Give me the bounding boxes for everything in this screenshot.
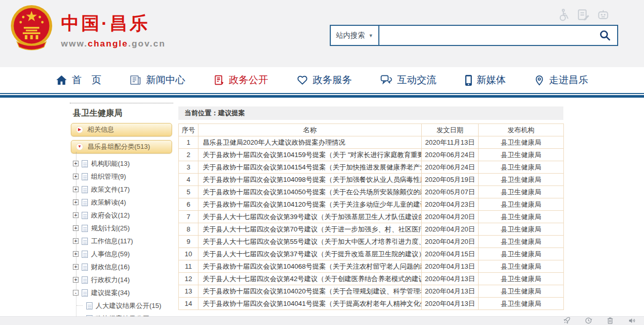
tree-item[interactable]: -建议提案(34) [70,286,173,299]
nav-item-7[interactable]: 走进昌乐 [534,73,588,87]
publish-org: 县卫生健康局 [479,186,564,198]
site-header: 中国·昌乐 www.changle.gov.cn 站内搜索 ▼ [0,0,644,67]
document-icon [82,276,88,284]
expand-icon[interactable]: + [73,264,79,270]
expand-icon[interactable]: + [73,174,79,179]
tree-item-label: 政策文件(17) [91,185,130,194]
publish-org: 县卫生健康局 [479,211,564,223]
sidebar: 县卫生健康局 ▶相关信息▼昌乐县组配分类(513) +机构职能(13)+组织管理… [70,103,173,325]
document-icon [82,212,88,219]
publish-org: 县卫生健康局 [479,149,564,161]
search-scope-dropdown[interactable]: 站内搜索 ▼ [331,26,379,45]
expand-icon[interactable]: + [73,251,79,257]
nav-item-3[interactable]: 政务公开 [214,73,268,87]
publish-date: 2020年05月07日 [422,186,479,198]
tree-item-label: 工作信息(117) [91,237,133,246]
sidebar-button-label: 相关信息 [87,125,114,134]
expand-icon[interactable]: + [73,225,79,231]
sidebar-button-2[interactable]: ▼昌乐县组配分类(513) [71,140,172,153]
publish-date: 2020年06月24日 [422,149,479,161]
nav-item-5[interactable]: 互动交流 [380,73,436,87]
document-title-link[interactable]: 关于县政协十届四次会议第104154号提案（关于加快推进发展健康养老产业的建..… [198,161,422,174]
sidebar-button-1[interactable]: ▶相关信息 [71,123,172,136]
document-title-link[interactable]: 关于县政协十届四次会议第104050号提案（关于在公共场所安装除颤仪的建议）..… [198,186,422,198]
document-title-link[interactable]: 关于县政协十届四次会议第104098号提案（关于加强餐饮从业人员病毒性肝炎等..… [198,174,422,186]
heart-icon [297,75,308,85]
document-title-link[interactable]: 关于县政协十届四次会议第104159号提案（关于 "对家长进行家庭教育重要性宣.… [198,149,422,161]
tree-item[interactable]: +工作信息(117) [70,235,173,247]
search-input[interactable] [379,26,592,45]
tree-item[interactable]: +行政权力(14) [70,273,173,286]
site-title: 中国·昌乐 [61,11,165,36]
publish-org: 县卫生健康局 [479,260,564,273]
expand-icon[interactable]: + [73,161,79,166]
document-title-link[interactable]: 关于县人大十七届四次会议第37号建议（关于提升改造基层卫生院的建议）的答复 [198,248,422,260]
phone-icon [465,75,472,86]
tree-item[interactable]: +人事信息(59) [70,247,173,260]
speaker-icon[interactable] [628,317,636,324]
edit-doc-icon[interactable] [577,8,590,22]
expand-icon[interactable]: + [73,187,79,192]
expand-icon[interactable]: + [73,212,79,218]
expand-icon[interactable]: + [73,238,79,244]
search-button[interactable] [592,26,617,45]
document-title-link[interactable]: 关于县政协十届四次会议第104120号提案（关于关注多动症少年儿童的建议）的..… [198,198,422,211]
search-icon [599,29,611,41]
publish-date: 2020年04月20日 [422,223,479,236]
category-tree: +机构职能(13)+组织管理(9)+政策文件(17)+政策解读(4)+政府会议(… [70,157,173,325]
tree-item-label: 人大建议结果公开(15) [96,301,161,311]
document-icon [82,264,88,271]
document-title-link[interactable]: 关于县人大十七届四次会议第39号建议（关于加强基层卫生人才队伍建设的建议... [198,211,422,223]
document-icon [82,186,88,193]
nav-item-1[interactable]: 首 页 [56,73,101,87]
collapse-icon[interactable]: - [73,290,79,296]
tree-item[interactable]: +财政信息(16) [70,260,173,273]
publish-date: 2020年04月20日 [422,211,479,223]
tree-item-label: 政府会议(12) [91,211,130,220]
document-title-link[interactable]: 关于县政协十届四次会议第104068号提案（关于关注农村留守老人问题的建议）..… [198,260,422,273]
table-header-row: 序号名称发文日期发布机构 [179,124,564,136]
breadcrumb: 当前位置：建议提案 [178,106,563,120]
table-row: 4关于县政协十届四次会议第104098号提案（关于加强餐饮从业人员病毒性肝炎等.… [179,174,564,186]
tree-item[interactable]: +政策解读(4) [70,196,173,209]
document-title-link[interactable]: 关于县政协十届四次会议第104020号提案（关于合理规划建设、科学管理老年人..… [198,285,422,298]
publish-org: 县卫生健康局 [479,273,564,285]
map-pin-icon [534,75,544,86]
document-icon [82,289,88,297]
tree-item-label: 组织管理(9) [91,172,126,181]
trash-icon[interactable] [606,317,614,324]
publish-date: 2020年04月20日 [422,236,479,248]
document-title-link[interactable]: 昌乐县卫健局2020年人大建议政协提案办理情况 [198,136,422,149]
news-icon [130,75,141,85]
document-title-link[interactable]: 关于县人大十七届四次会议第70号建议（关于进一步加强乡、村、社区医疗队伍... [198,223,422,236]
table-row: 9关于县人大十七届四次会议第55号建议（关于加大中医人才培养引进力度、开展...… [179,236,564,248]
expand-icon[interactable]: + [73,199,79,205]
tree-child-item[interactable]: 人大建议结果公开(15) [70,299,173,312]
tree-item[interactable]: +政策文件(17) [70,183,173,196]
expand-icon[interactable]: + [73,277,79,283]
search-scope-label: 站内搜索 [336,31,365,40]
tree-item-label: 建议提案(34) [91,288,130,298]
site-url-www: www. [61,39,88,49]
history-icon[interactable] [585,317,592,324]
document-title-link[interactable]: 关于县政协十届四次会议第104041号提案（关于提高农村老年人精神文化生活的..… [198,298,422,310]
nav-item-6[interactable]: 新媒体 [465,73,506,87]
robot-icon[interactable] [596,8,610,22]
table-row: 5关于县政协十届四次会议第104050号提案（关于在公共场所安装除颤仪的建议）.… [179,186,564,198]
publish-date: 2020年06月24日 [422,161,479,174]
document-title-link[interactable]: 关于县人大十七届四次会议第42号建议（关于创建医养结合养老模式的建议）的... [198,273,422,285]
document-title-link[interactable]: 关于县人大十七届四次会议第55号建议（关于加大中医人才培养引进力度、开展... [198,236,422,248]
sidebar-buttons: ▶相关信息▼昌乐县组配分类(513) [70,123,173,153]
table-row: 7关于县人大十七届四次会议第39号建议（关于加强基层卫生人才队伍建设的建议...… [179,211,564,223]
tree-item[interactable]: +组织管理(9) [70,170,173,183]
table-row: 3关于县政协十届四次会议第104154号提案（关于加快推进发展健康养老产业的建.… [179,161,564,174]
wheelchair-icon[interactable] [557,8,571,22]
tree-item[interactable]: +政府会议(12) [70,209,173,222]
nav-item-2[interactable]: 新闻中心 [130,73,185,87]
nav-item-4[interactable]: 政务服务 [297,73,352,87]
site-search: 站内搜索 ▼ [330,25,618,46]
tree-item[interactable]: +规划计划(25) [70,222,173,235]
tree-item[interactable]: +机构职能(13) [70,157,173,170]
arrow-right-circle-icon: ▶ [76,126,83,133]
rocket-icon[interactable] [563,317,571,324]
